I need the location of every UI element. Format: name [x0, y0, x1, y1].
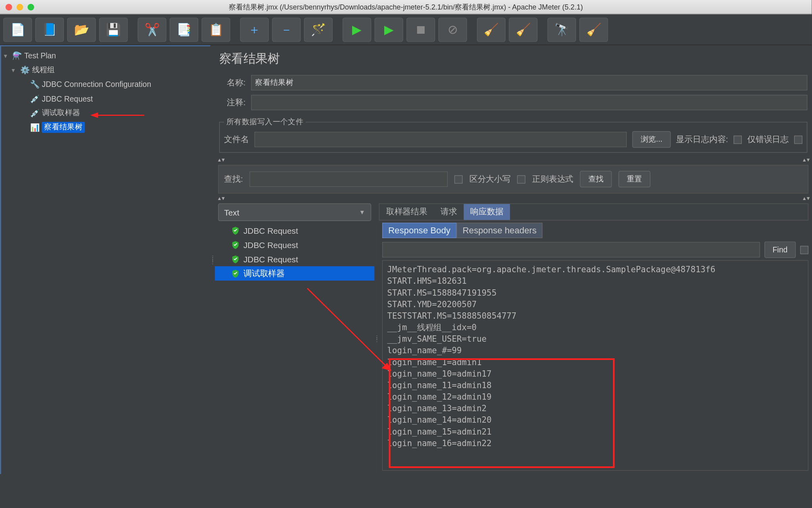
add-button[interactable]: ＋ [240, 17, 269, 42]
tab-response-headers[interactable]: Response headers [456, 223, 542, 238]
result-row[interactable]: JDBC Request [215, 223, 375, 238]
render-dropdown-value: Text [224, 208, 239, 217]
tree-node-view-results-tree[interactable]: 📊 察看结果树 [2, 120, 209, 135]
test-plan-tree-panel: ▼⚗️ Test Plan ▼⚙️ 线程组 🔧 JDBC Connection … [0, 45, 211, 474]
tree-node-label: 调试取样器 [42, 108, 80, 118]
tab-response-data[interactable]: 响应数据 [464, 204, 510, 220]
tree-resize-handle[interactable]: ⋮⋮⋮ [211, 45, 215, 474]
show-log-label: 显示日志内容: [676, 134, 728, 144]
success-shield-icon [230, 254, 240, 264]
browse-button[interactable]: 浏览... [632, 131, 671, 148]
chevron-down-icon: ▼ [359, 209, 365, 216]
result-row-label: JDBC Request [243, 240, 298, 250]
gear-icon: ⚙️ [20, 65, 30, 75]
success-shield-icon [230, 225, 240, 235]
paste-button[interactable]: 📋 [201, 17, 230, 42]
comment-label: 注释: [219, 97, 246, 108]
tab-request[interactable]: 请求 [434, 204, 464, 220]
success-only-checkbox[interactable] [794, 135, 802, 144]
cut-button[interactable]: ✂️ [138, 17, 166, 42]
search-reset-button[interactable]: 重置 [619, 171, 651, 188]
tree-node-label: 察看结果树 [42, 122, 85, 133]
save-button[interactable]: 💾 [99, 17, 128, 42]
clear-button[interactable]: 🧹 [477, 17, 506, 42]
panel-title: 察看结果树 [215, 45, 812, 73]
toolbar: 📄 📘 📂 💾 ✂️ 📑 📋 ＋ － 🪄 ▶ ▶ ⏹ ⊘ 🧹 🧹 🔭 🧹 [0, 14, 812, 45]
search-button[interactable]: 🔭 [548, 17, 576, 42]
split-handle-mid[interactable]: ▲▼▲▼ [215, 196, 812, 202]
name-input[interactable] [251, 75, 807, 90]
copy-button[interactable]: 📑 [170, 17, 198, 42]
minimize-window-icon[interactable] [17, 4, 23, 10]
tree-node-label: JDBC Connection Configuration [42, 80, 151, 89]
result-row-label: JDBC Request [243, 226, 298, 235]
case-sensitive-checkbox[interactable] [454, 175, 463, 183]
new-file-button[interactable]: 📄 [3, 17, 32, 42]
wrench-icon: 🔧 [30, 79, 40, 89]
remove-button[interactable]: － [272, 17, 301, 42]
name-label: 名称: [219, 77, 246, 88]
flask-icon: ⚗️ [12, 51, 22, 61]
tree-node-jdbc-config[interactable]: 🔧 JDBC Connection Configuration [2, 77, 209, 91]
tab-sampler-result[interactable]: 取样器结果 [379, 204, 434, 220]
stop-button[interactable]: ⏹ [406, 17, 435, 42]
response-body-area[interactable]: JMeterThread.pack=org.apache.jmeter.thre… [382, 260, 808, 471]
tree-node-debug-sampler[interactable]: 💉 调试取样器 [2, 106, 209, 120]
detail-tabs: 取样器结果 请求 响应数据 [379, 204, 808, 221]
chart-icon: 📊 [30, 122, 40, 132]
tree-node-jdbc-request[interactable]: 💉 JDBC Request [2, 92, 209, 106]
result-row-label: JDBC Request [243, 254, 298, 264]
dropper-icon: 💉 [30, 94, 40, 104]
search-label: 查找: [224, 174, 243, 184]
write-results-legend: 所有数据写入一个文件 [224, 117, 306, 127]
result-row[interactable]: 调试取样器 [215, 266, 375, 281]
errors-only-label: 仅错误日志 [747, 134, 789, 144]
dropper-icon: 💉 [30, 108, 40, 118]
tree-node-thread-group[interactable]: ▼⚙️ 线程组 [2, 63, 209, 77]
tab-response-body[interactable]: Response Body [382, 223, 456, 238]
results-resize-handle[interactable]: ⋮⋮ [375, 202, 379, 474]
search-bar: 查找: 区分大小写 正则表达式 查找 重置 [218, 165, 808, 193]
search-input[interactable] [249, 171, 448, 187]
open-button[interactable]: 📂 [67, 17, 96, 42]
close-window-icon[interactable] [6, 4, 12, 10]
results-list: JDBC RequestJDBC RequestJDBC Request调试取样… [215, 223, 375, 474]
comment-input[interactable] [251, 95, 807, 110]
filename-input[interactable] [255, 132, 627, 147]
regex-label: 正则表达式 [532, 174, 573, 184]
render-dropdown[interactable]: Text ▼ [218, 204, 371, 221]
regex-checkbox[interactable] [517, 175, 526, 183]
filename-label: 文件名 [224, 134, 249, 144]
window-controls [6, 4, 34, 10]
search-find-button[interactable]: 查找 [580, 171, 612, 188]
split-handle-top[interactable]: ▲▼▲▼ [215, 157, 812, 164]
title-bar: 察看结果树.jmx (/Users/bennyrhys/Downloads/ap… [0, 0, 812, 14]
response-find-checkbox[interactable] [800, 246, 808, 254]
errors-only-checkbox[interactable] [733, 135, 742, 144]
case-sensitive-label: 区分大小写 [469, 174, 511, 184]
tree-node-label: 线程组 [32, 65, 55, 75]
start-no-timers-button[interactable]: ▶ [375, 17, 403, 42]
shutdown-button[interactable]: ⊘ [439, 17, 467, 42]
success-shield-icon [230, 268, 240, 278]
tree-node-label: JDBC Request [42, 94, 93, 103]
tree-node-test-plan[interactable]: ▼⚗️ Test Plan [2, 48, 209, 63]
window-title: 察看结果树.jmx (/Users/bennyrhys/Downloads/ap… [0, 2, 812, 12]
clear-all-button[interactable]: 🧹 [509, 17, 537, 42]
result-row[interactable]: JDBC Request [215, 252, 375, 266]
wand-button[interactable]: 🪄 [304, 17, 333, 42]
write-results-fieldset: 所有数据写入一个文件 文件名 浏览... 显示日志内容: 仅错误日志 [219, 117, 807, 152]
maximize-window-icon[interactable] [27, 4, 34, 10]
response-sub-tabs: Response Body Response headers [382, 223, 808, 238]
success-shield-icon [230, 240, 240, 250]
tree-node-label: Test Plan [24, 51, 56, 60]
response-find-button[interactable]: Find [764, 241, 796, 258]
templates-button[interactable]: 📘 [35, 17, 64, 42]
broom-button[interactable]: 🧹 [579, 17, 608, 42]
start-button[interactable]: ▶ [343, 17, 371, 42]
response-find-input[interactable] [382, 242, 760, 258]
result-row-label: 调试取样器 [243, 268, 285, 279]
result-row[interactable]: JDBC Request [215, 238, 375, 252]
